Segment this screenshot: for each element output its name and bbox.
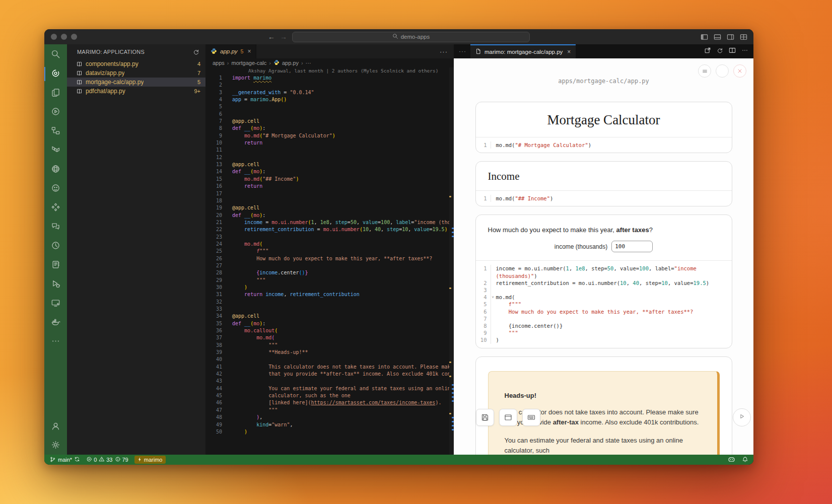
close-tab-icon[interactable]: ×	[567, 48, 571, 55]
activity-item-terraform[interactable]	[44, 145, 67, 157]
income-number-input[interactable]	[611, 241, 653, 252]
activity-item-settings[interactable]	[44, 440, 67, 452]
close-window-button[interactable]	[51, 34, 57, 40]
open-external-icon[interactable]	[704, 47, 711, 56]
activity-item-debug-test[interactable]	[44, 278, 67, 291]
notifications-bell-icon[interactable]	[742, 456, 748, 464]
toggle-secondary-sidebar-icon[interactable]	[727, 33, 734, 41]
code-line[interactable]: 11	[205, 147, 454, 154]
split-editor-icon[interactable]	[729, 47, 736, 56]
sidebar-item-pdfchat-app-py[interactable]: pdfchat/app.py9+	[67, 87, 205, 96]
overview-ruler[interactable]	[449, 67, 454, 455]
code-line[interactable]: 16 return	[205, 183, 454, 190]
code-line[interactable]: 6	[205, 111, 454, 118]
code-line[interactable]: 3__generated_with = "0.0.14"	[205, 89, 454, 96]
code-line[interactable]: 39 **Heads-up!**	[205, 349, 454, 356]
nav-back-icon[interactable]: ←	[268, 33, 275, 40]
tab-app-py[interactable]: app.py 5 ×	[205, 44, 256, 58]
activity-item-github[interactable]	[44, 183, 67, 195]
code-line[interactable]: 9 mo.md("# Mortgage Calculator")	[205, 132, 454, 139]
activity-item-symbols[interactable]	[44, 125, 67, 137]
code-line[interactable]: 7@app.cell	[205, 118, 454, 125]
menu-icon[interactable]	[698, 64, 711, 78]
tab-marimo-panel[interactable]: marimo: mortgage-calc/app.py ×	[470, 44, 576, 58]
copilot-icon[interactable]	[728, 456, 735, 464]
editor-actions-more-icon[interactable]: ···	[440, 44, 448, 58]
code-line[interactable]: 15 mo.md("## Income")	[205, 176, 454, 183]
activity-item-search[interactable]	[44, 49, 67, 61]
panel-view-button[interactable]	[499, 409, 517, 426]
customize-layout-icon[interactable]	[740, 33, 747, 41]
sidebar-item-components-app-py[interactable]: components/app.py4	[67, 59, 205, 68]
keyboard-shortcuts-button[interactable]	[522, 409, 540, 426]
save-button[interactable]	[476, 409, 494, 426]
activity-item-notebook[interactable]	[44, 259, 67, 271]
code-line[interactable]: 28 {income.center()}	[205, 269, 454, 276]
breadcrumb-apps[interactable]: apps	[213, 60, 225, 66]
code-line[interactable]: 46 [linked here](https://smartasset.com/…	[205, 399, 454, 406]
code-line[interactable]: 10 return	[205, 139, 454, 147]
code-line[interactable]: 40	[205, 356, 454, 363]
code-line[interactable]: 5	[205, 103, 454, 110]
activity-item-run-circle[interactable]	[44, 240, 67, 252]
code-line[interactable]: 26 How much do you expect to make this y…	[205, 255, 454, 262]
settings-icon[interactable]	[716, 64, 729, 78]
minimize-window-button[interactable]	[61, 34, 67, 40]
tab-overflow-more-icon[interactable]: ···	[454, 48, 470, 55]
window-controls[interactable]	[51, 34, 77, 40]
code-line[interactable]: 20def __(mo):	[205, 212, 454, 219]
activity-item-comments[interactable]	[44, 221, 67, 233]
code-line[interactable]: 33	[205, 306, 454, 313]
activity-item-remote-monitor[interactable]	[44, 298, 67, 310]
zoom-window-button[interactable]	[71, 34, 77, 40]
code-line[interactable]: 49 kind="warn",	[205, 421, 454, 428]
code-line[interactable]: 8def __(mo):	[205, 125, 454, 132]
shutdown-icon[interactable]	[733, 64, 746, 78]
toggle-sidebar-icon[interactable]	[701, 33, 708, 41]
code-line[interactable]: 36 mo.callout(	[205, 327, 454, 334]
refresh-icon[interactable]	[193, 49, 199, 55]
code-line[interactable]: 34@app.cell	[205, 313, 454, 320]
activity-item-docker[interactable]	[44, 317, 67, 329]
code-line[interactable]: 14def __(mo):	[205, 168, 454, 175]
code-line[interactable]: 47 """	[205, 407, 454, 414]
sidebar-item-mortgage-calc-app-py[interactable]: mortgage-calc/app.py5	[67, 78, 205, 87]
git-branch-item[interactable]: main*	[49, 456, 80, 464]
activity-item-more[interactable]	[44, 336, 67, 348]
marimo-status-badge[interactable]: marimo	[134, 456, 166, 464]
code-line[interactable]: 50 )	[205, 428, 454, 436]
code-line[interactable]: 43	[205, 378, 454, 385]
code-line[interactable]: 30 )	[205, 284, 454, 291]
nav-forward-icon[interactable]: →	[280, 33, 287, 40]
run-app-button[interactable]	[733, 408, 751, 426]
code-line[interactable]: 32	[205, 299, 454, 306]
sync-icon[interactable]	[74, 456, 80, 463]
code-line[interactable]: 12	[205, 154, 454, 161]
close-tab-icon[interactable]: ×	[247, 48, 251, 55]
code-line[interactable]: 17	[205, 190, 454, 197]
code-line[interactable]: 4app = marimo.App()	[205, 96, 454, 103]
activity-item-pieces[interactable]	[44, 202, 67, 214]
code-line[interactable]: 37 mo.md(	[205, 334, 454, 341]
command-center-search[interactable]: demo-apps	[292, 32, 530, 42]
code-line[interactable]: 25 f"""	[205, 248, 454, 255]
activity-item-pages[interactable]	[44, 87, 67, 99]
problems-item[interactable]: 0 33 79	[86, 456, 128, 463]
code-line[interactable]: 29 """	[205, 277, 454, 284]
code-line[interactable]: 41 This calculator does not take taxes i…	[205, 364, 454, 371]
code-line[interactable]: 22 retirement_contribution = mo.ui.numbe…	[205, 226, 454, 233]
code-line[interactable]: 19@app.cell	[205, 204, 454, 211]
reload-icon[interactable]	[717, 47, 723, 56]
activity-item-account[interactable]	[44, 421, 67, 433]
fold-chevron-icon[interactable]: ∨	[491, 294, 494, 301]
breadcrumb-more[interactable]: ···	[306, 60, 311, 66]
code-line[interactable]: 27	[205, 262, 454, 269]
code-line[interactable]: 44 You can estimate your federal and sta…	[205, 385, 454, 392]
breadcrumb[interactable]: apps › mortgage-calc › app.py › ···	[205, 58, 454, 67]
activity-item-sphere[interactable]	[44, 164, 67, 176]
code-line[interactable]: 18	[205, 197, 454, 204]
more-actions-icon[interactable]	[741, 47, 748, 56]
code-line[interactable]: 1import marimo	[205, 75, 454, 82]
toggle-panel-icon[interactable]	[714, 33, 721, 41]
code-line[interactable]: 23	[205, 234, 454, 241]
